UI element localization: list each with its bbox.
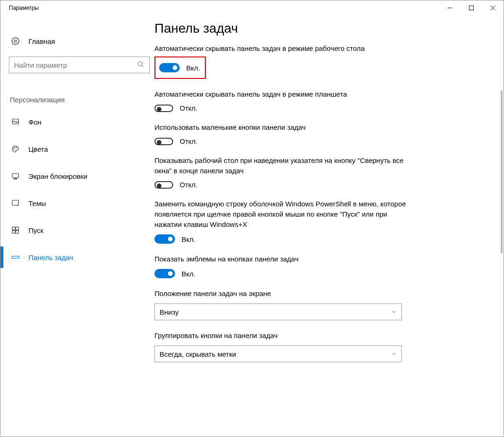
main-content: Панель задач Автоматически скрывать пане… [154, 15, 504, 437]
sidebar-item-label: Фон [28, 118, 42, 126]
minimize-button[interactable] [439, 0, 461, 15]
toggle-small-buttons[interactable] [154, 138, 173, 145]
toggle-state-label: Вкл. [182, 235, 196, 243]
combo-value: Всегда, скрывать метки [160, 350, 236, 358]
svg-rect-12 [14, 178, 17, 179]
setting-description: Положение панели задач на экране [154, 289, 416, 299]
sidebar-item-label: Темы [28, 199, 46, 207]
toggle-state-label: Вкл. [182, 270, 196, 278]
setting-description: Автоматически скрывать панель задач в ре… [154, 43, 416, 54]
sidebar-item-label: Экран блокировки [28, 172, 87, 180]
setting-taskbar-position: Положение панели задач на экране Внизу [154, 289, 416, 320]
setting-auto-hide-tablet: Автоматически скрывать панель задач в ре… [154, 89, 416, 112]
sidebar-item-label: Пуск [28, 226, 43, 234]
setting-show-badges: Показать эмблемы на кнопках панели задач… [154, 254, 416, 278]
toggle-auto-hide-desktop[interactable] [159, 63, 180, 72]
toggle-state-label: Откл. [180, 104, 197, 112]
minimize-icon [448, 6, 452, 10]
chevron-down-icon [391, 308, 397, 316]
sidebar-group-header: Персонализация [9, 96, 154, 108]
setting-description: Заменить командную строку оболочкой Wind… [154, 199, 416, 230]
sidebar-item-label: Цвета [28, 145, 48, 153]
search-icon [137, 61, 145, 70]
toggle-state-label: Вкл. [186, 64, 200, 72]
svg-rect-14 [12, 227, 15, 230]
toggle-show-badges[interactable] [154, 269, 175, 278]
home-button[interactable]: Главная [9, 33, 154, 49]
svg-rect-15 [16, 227, 19, 230]
setting-auto-hide-desktop: Автоматически скрывать панель задач в ре… [154, 43, 416, 79]
svg-rect-13 [12, 200, 19, 205]
svg-rect-16 [12, 231, 15, 233]
combo-taskbar-position[interactable]: Внизу [154, 303, 402, 320]
sidebar-item-taskbar[interactable]: Панель задач [9, 244, 154, 271]
svg-point-5 [138, 62, 142, 66]
sidebar-item-label: Панель задач [28, 254, 73, 261]
setting-combine-buttons: Группировать кнопки на панели задач Всег… [154, 331, 416, 362]
taskbar-icon [11, 253, 20, 261]
close-button[interactable] [482, 0, 504, 15]
sidebar-item-start[interactable]: Пуск [9, 217, 154, 244]
setting-replace-cmd-powershell: Заменить командную строку оболочкой Wind… [154, 199, 416, 244]
close-icon [490, 6, 495, 10]
gear-icon [11, 37, 20, 45]
chevron-down-icon [391, 350, 397, 358]
toggle-state-label: Откл. [180, 137, 197, 145]
sidebar-item-background[interactable]: Фон [9, 108, 154, 135]
sidebar-item-lockscreen[interactable]: Экран блокировки [9, 162, 154, 190]
maximize-icon [469, 6, 474, 10]
setting-description: Показывать рабочий стол при наведении ук… [154, 155, 416, 176]
setting-description: Использовать маленькие кнопки панели зад… [154, 122, 416, 133]
svg-line-6 [142, 65, 143, 67]
svg-rect-17 [16, 231, 19, 233]
maximize-button[interactable] [461, 0, 482, 15]
search-input[interactable] [14, 61, 137, 69]
lockscreen-icon [11, 172, 20, 180]
svg-rect-1 [469, 6, 474, 10]
page-title: Панель задач [154, 21, 485, 36]
svg-point-9 [14, 147, 15, 148]
start-icon [11, 226, 20, 234]
svg-point-10 [16, 147, 17, 148]
sidebar-item-themes[interactable]: Темы [9, 190, 154, 217]
sidebar: Главная Персонализация Фон Цвета Э [0, 15, 154, 437]
highlighted-toggle-box: Вкл. [154, 56, 206, 79]
svg-rect-11 [12, 174, 19, 178]
toggle-peek-desktop[interactable] [154, 181, 173, 189]
themes-icon [11, 199, 20, 207]
palette-icon [11, 145, 20, 153]
setting-description: Автоматически скрывать панель задач в ре… [154, 89, 416, 99]
combo-combine-buttons[interactable]: Всегда, скрывать метки [154, 345, 402, 362]
setting-description: Показать эмблемы на кнопках панели задач [154, 254, 416, 264]
titlebar: Параметры [0, 0, 504, 15]
window-title: Параметры [9, 5, 39, 11]
sidebar-item-colors[interactable]: Цвета [9, 135, 154, 162]
search-input-container[interactable] [9, 56, 150, 73]
combo-value: Внизу [160, 308, 179, 316]
setting-peek-desktop: Показывать рабочий стол при наведении ук… [154, 155, 416, 189]
toggle-auto-hide-tablet[interactable] [154, 105, 173, 112]
svg-rect-18 [12, 256, 19, 259]
svg-point-8 [14, 148, 14, 149]
toggle-state-label: Откл. [180, 181, 197, 189]
scrollbar[interactable] [501, 90, 503, 254]
svg-point-4 [14, 40, 17, 42]
setting-description: Группировать кнопки на панели задач [154, 331, 416, 341]
home-label: Главная [28, 37, 55, 45]
picture-icon [11, 118, 20, 126]
setting-small-buttons: Использовать маленькие кнопки панели зад… [154, 122, 416, 145]
toggle-replace-cmd-powershell[interactable] [154, 234, 175, 244]
